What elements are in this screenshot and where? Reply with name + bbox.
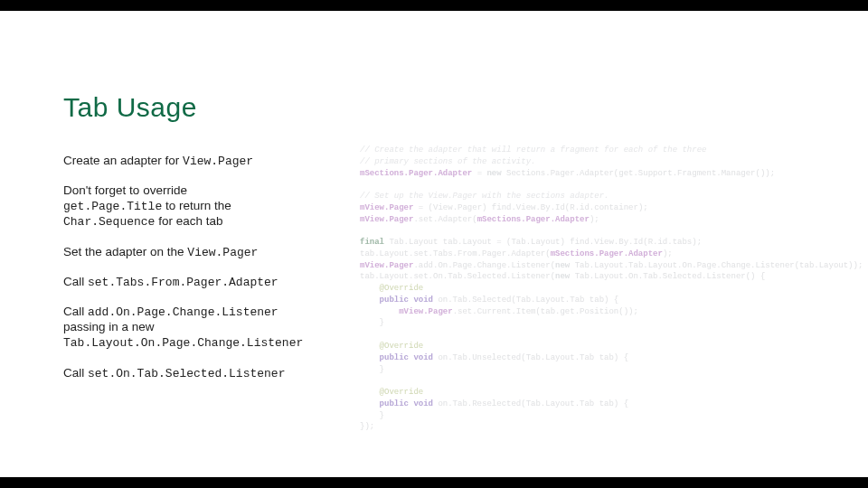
code-modifier: public void <box>360 353 433 362</box>
slide-title: Tab Usage <box>63 92 197 123</box>
code-punct: = <box>472 169 486 178</box>
code-annotation: @Override <box>360 284 423 293</box>
code-field: mSections.Pager.Adapter <box>477 215 590 224</box>
bullet-4: Call set.Tabs.From.Pager.Adapter <box>63 275 344 290</box>
text: Call <box>63 366 88 380</box>
code-inline: get.Page.Title <box>63 200 162 213</box>
code-inline: View.Pager <box>183 155 253 168</box>
code-type: Sections.Pager.Adapter(get.Support.Fragm… <box>502 169 775 178</box>
code-type: Tab.Layout tab.Layout = (Tab.Layout) fin… <box>384 238 673 247</box>
code-inline: Tab.Layout.On.Page.Change.Listener <box>63 336 303 350</box>
code-inline: add.On.Page.Change.Listener <box>88 305 278 319</box>
code-comment: // Create the adapter that will return a… <box>360 145 706 155</box>
code-id: tabs <box>673 238 693 247</box>
code-punct: }); <box>360 422 374 431</box>
code-field: mView.Pager <box>360 307 453 316</box>
code-inline: set.On.Tab.Selected.Listener <box>88 367 285 380</box>
text: for each tab <box>155 214 222 228</box>
bullet-1: Create an adapter for View.Pager <box>63 154 344 169</box>
code-field: mSections.Pager.Adapter <box>360 169 472 178</box>
text: Call <box>63 275 88 288</box>
bullet-3: Set the adapter on the View.Pager <box>63 245 344 260</box>
code-type: Tab.Layout.Tab.Layout.On.Page.Change.Lis… <box>570 261 863 270</box>
code-comment: // primary sections of the activity. <box>360 157 535 166</box>
code-comment: // Set up the View.Pager with the sectio… <box>360 192 609 201</box>
code-call: tab.Layout.set.Tabs.From.Pager.Adapter( <box>360 249 551 258</box>
code-field: mView.Pager <box>360 203 413 212</box>
code-method: on.Tab.Reselected(Tab.Layout.Tab tab) { <box>433 399 628 408</box>
instructions-column: Create an adapter for View.Pager Don't f… <box>63 154 344 396</box>
code-id: container <box>594 203 638 212</box>
code-field: mSections.Pager.Adapter <box>551 249 663 258</box>
code-call: .set.Current.Item(tab.get.Position()); <box>453 307 638 316</box>
code-call: tab.Layout.set.On.Tab.Selected.Listener( <box>360 272 555 281</box>
code-punct: ); <box>638 203 648 212</box>
code-keyword: new <box>486 169 501 178</box>
code-field: mView.Pager <box>360 261 413 270</box>
code-inline: Char.Sequence <box>63 215 155 229</box>
code-annotation: @Override <box>360 342 423 351</box>
code-punct: } <box>360 365 384 374</box>
code-call: .set.Adapter( <box>413 215 476 224</box>
code-punct: } <box>360 411 384 420</box>
text: Set the adapter on the <box>63 245 187 258</box>
code-punct: ); <box>590 215 599 224</box>
code-keyword: final <box>360 238 384 247</box>
code-field: mView.Pager <box>360 215 413 224</box>
bullet-2: Don't forget to override get.Page.Title … <box>63 183 344 230</box>
code-modifier: public void <box>360 296 433 305</box>
text: to return the <box>162 199 231 212</box>
code-call: = (View.Pager) find.View.By.Id(R.id. <box>413 203 594 212</box>
bullet-5: Call add.On.Page.Change.Listener passing… <box>63 305 344 351</box>
text: Create an adapter for <box>63 154 183 167</box>
text: passing in a new <box>63 320 155 333</box>
bullet-6: Call set.On.Tab.Selected.Listener <box>63 366 344 381</box>
code-type: Tab.Layout.On.Tab.Selected.Listener() { <box>570 272 765 281</box>
code-inline: View.Pager <box>187 246 258 259</box>
slide: Tab Usage Create an adapter for View.Pag… <box>0 11 868 477</box>
code-keyword: new <box>555 261 570 270</box>
code-inline: set.Tabs.From.Pager.Adapter <box>88 276 278 289</box>
text: Call <box>63 305 88 318</box>
code-annotation: @Override <box>360 388 423 397</box>
code-punct: ); <box>663 249 673 258</box>
code-call: .add.On.Page.Change.Listener( <box>413 261 555 270</box>
text: Don't forget to override <box>63 183 187 197</box>
code-punct: } <box>360 318 384 327</box>
code-method: on.Tab.Unselected(Tab.Layout.Tab tab) { <box>433 353 628 362</box>
code-punct: ); <box>692 238 702 247</box>
code-method: on.Tab.Selected(Tab.Layout.Tab tab) { <box>433 296 618 305</box>
code-modifier: public void <box>360 399 433 408</box>
code-keyword: new <box>555 272 570 281</box>
code-snippet: // Create the adapter that will return a… <box>360 145 848 433</box>
